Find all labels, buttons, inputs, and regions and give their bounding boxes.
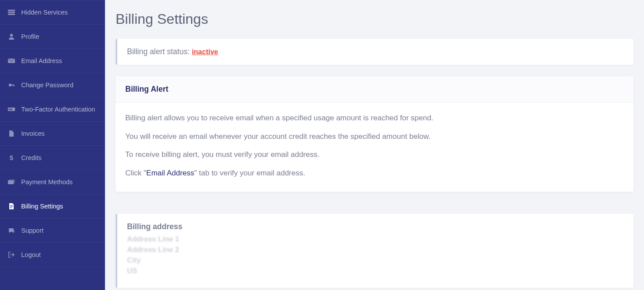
sidebar-item-email-address[interactable]: Email Address — [0, 49, 105, 73]
sidebar-item-label: Email Address — [21, 57, 62, 64]
svg-rect-0 — [8, 10, 15, 11]
billing-alert-card: Billing Alert Billing alert allows you t… — [116, 76, 633, 192]
sidebar-item-label: Hidden Services — [21, 9, 68, 16]
sidebar-item-label: Credits — [21, 154, 41, 161]
svg-rect-2 — [8, 14, 15, 15]
email-address-link[interactable]: Email Address — [146, 169, 195, 177]
logout-icon — [8, 251, 15, 258]
billing-alert-line4: Click "Email Address" tab to verify your… — [125, 167, 624, 179]
svg-rect-8 — [8, 108, 15, 111]
user-icon — [8, 33, 15, 40]
billing-address-card: Billing address Address Line 1 Address L… — [116, 214, 633, 288]
sidebar-item-logout[interactable]: Logout — [0, 243, 105, 267]
billing-alert-card-header: Billing Alert — [116, 76, 633, 103]
sidebar-item-hidden-services[interactable]: Hidden Services — [0, 0, 105, 25]
sidebar-item-support[interactable]: Support — [0, 219, 105, 243]
svg-rect-15 — [9, 179, 15, 183]
sidebar-item-two-factor[interactable]: Two-Factor Authentication — [0, 97, 105, 122]
billing-address-title: Billing address — [127, 222, 624, 231]
billing-alert-header-title: Billing Alert — [125, 85, 624, 94]
billing-alert-card-body: Billing alert allows you to receive emai… — [116, 103, 633, 192]
sidebar-item-profile[interactable]: Profile — [0, 25, 105, 49]
main-content: Billing Settings Billing alert status: i… — [105, 0, 644, 290]
dollar-icon: $ — [8, 154, 15, 161]
sidebar-item-label: Profile — [21, 33, 39, 40]
svg-rect-18 — [10, 208, 12, 208]
document-icon — [8, 203, 15, 210]
svg-rect-11 — [11, 108, 12, 109]
alert-status-link[interactable]: inactive — [192, 48, 218, 56]
sidebar-item-label: Two-Factor Authentication — [21, 106, 95, 113]
sidebar-item-billing-settings[interactable]: Billing Settings — [0, 194, 105, 219]
sidebar-item-label: Billing Settings — [21, 203, 63, 210]
billing-address-city: City — [127, 255, 624, 266]
chat-icon — [8, 227, 15, 234]
sidebar-item-label: Logout — [21, 251, 41, 258]
alert-status-box: Billing alert status: inactive — [116, 39, 633, 65]
billing-address-line2: Address Line 2 — [127, 245, 624, 255]
svg-rect-9 — [9, 108, 10, 109]
svg-rect-12 — [9, 110, 12, 111]
svg-point-19 — [12, 230, 15, 233]
svg-point-3 — [10, 34, 13, 37]
alert-status-label: Billing alert status: — [127, 47, 192, 56]
svg-rect-4 — [8, 59, 15, 63]
svg-rect-17 — [10, 207, 13, 207]
server-icon — [8, 9, 15, 16]
billing-address-line1: Address Line 1 — [127, 234, 624, 245]
svg-rect-1 — [8, 12, 15, 13]
svg-rect-7 — [13, 85, 14, 86]
sidebar-item-label: Support — [21, 227, 44, 234]
key-icon — [8, 82, 15, 89]
page-title: Billing Settings — [116, 11, 633, 27]
sidebar-item-label: Payment Methods — [21, 178, 73, 186]
billing-alert-line3: To receive billing alert, you must verif… — [125, 149, 624, 160]
keyboard-icon — [8, 106, 15, 113]
envelope-icon — [8, 57, 15, 64]
svg-text:$: $ — [10, 154, 14, 161]
sidebar-item-change-password[interactable]: Change Password — [0, 73, 105, 97]
sidebar-item-label: Invoices — [21, 130, 45, 137]
sidebar-item-credits[interactable]: $ Credits — [0, 146, 105, 170]
billing-address-country: US — [127, 266, 624, 276]
sidebar-item-label: Change Password — [21, 82, 74, 89]
sidebar-item-invoices[interactable]: Invoices — [0, 122, 105, 146]
svg-rect-16 — [10, 205, 13, 206]
cards-icon — [8, 178, 15, 186]
sidebar-item-payment-methods[interactable]: Payment Methods — [0, 170, 105, 194]
billing-alert-line2: You will receive an email whenever your … — [125, 131, 624, 142]
billing-alert-line1: Billing alert allows you to receive emai… — [125, 112, 624, 124]
file-icon — [8, 130, 15, 137]
sidebar: Hidden Services Profile Email Address Ch… — [0, 0, 105, 290]
svg-rect-10 — [10, 108, 11, 109]
